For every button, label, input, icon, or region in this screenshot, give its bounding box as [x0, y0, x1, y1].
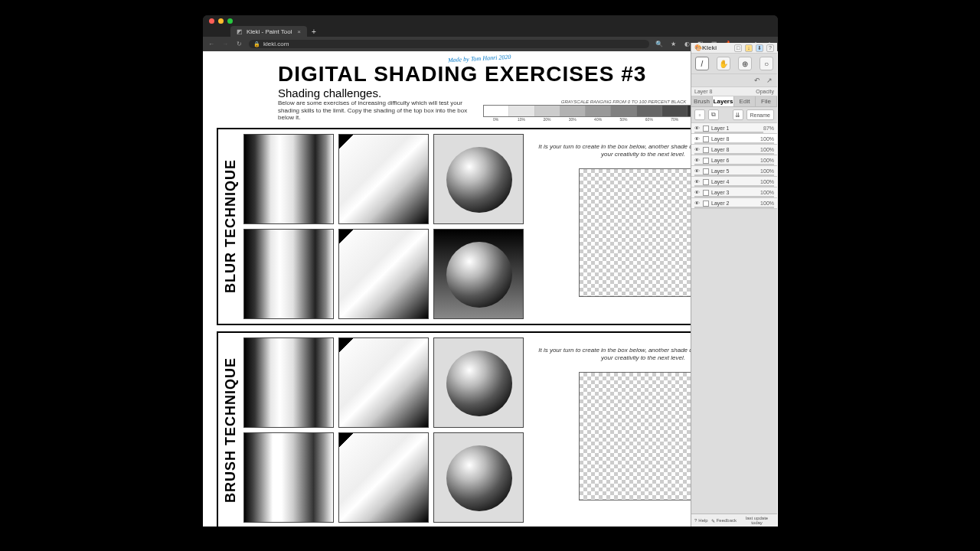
swatch-label: 30% [560, 117, 585, 122]
layer-name: Layer 1 [711, 126, 729, 131]
layer-opacity: 100% [760, 136, 774, 142]
panel-header: 🎨Kleki □ ↓ ⬇ ? [691, 43, 777, 54]
practice-tile [338, 432, 429, 523]
layer-row[interactable]: 👁Layer 8100% [691, 134, 777, 145]
layer-name: Layer 3 [711, 190, 729, 195]
help-icon[interactable]: ? [766, 44, 774, 52]
swatch-label: 60% [636, 117, 662, 122]
current-layer-label: Layer 8 Opacity [691, 87, 777, 96]
visibility-icon[interactable]: 👁 [694, 147, 701, 152]
practice-tile [243, 229, 334, 319]
swatch-label: 40% [585, 117, 610, 122]
empty-canvas[interactable] [579, 168, 707, 297]
layer-opacity: 100% [760, 201, 774, 206]
layer-opacity: 100% [760, 190, 774, 195]
visibility-icon[interactable]: 👁 [694, 126, 701, 131]
url-text: kleki.com [263, 41, 289, 47]
empty-canvas[interactable] [579, 372, 707, 500]
window-titlebar [203, 15, 778, 26]
fill-tool[interactable]: ⊕ [738, 57, 752, 70]
example-tile [338, 134, 429, 224]
visibility-icon[interactable]: 👁 [694, 158, 701, 163]
practice-tile [243, 432, 334, 523]
save-icon[interactable]: ↓ [745, 44, 753, 52]
hand-tool[interactable]: ✋ [717, 57, 730, 70]
layer-opacity: 100% [760, 179, 774, 184]
swatch-label: 0% [483, 117, 508, 122]
shape-tool[interactable]: ○ [760, 57, 773, 70]
browser-tab[interactable]: ◩ Kleki - Paint Tool × [230, 26, 307, 37]
tab-bar: ◩ Kleki - Paint Tool × + [203, 26, 778, 37]
tab-brush[interactable]: Brush [691, 96, 713, 106]
forward-button[interactable]: → [221, 41, 229, 47]
layer-row[interactable]: 👁Layer 187% [691, 123, 777, 134]
brush-tool[interactable]: / [695, 57, 709, 70]
layer-row[interactable]: 👁Layer 4100% [691, 177, 777, 187]
tool-row: / ✋ ⊕ ○ [691, 54, 777, 74]
duplicate-layer-button[interactable]: ⧉ [708, 109, 719, 120]
tab-title: Kleki - Paint Tool [247, 28, 292, 35]
url-field[interactable]: 🔒 kleki.com [249, 40, 649, 48]
practice-tile [338, 229, 429, 319]
download-icon[interactable]: ⬇ [756, 44, 763, 52]
current-layer-name: Layer 8 [694, 89, 712, 94]
visibility-icon[interactable]: 👁 [694, 201, 701, 206]
layer-thumb-icon [703, 136, 709, 142]
layer-thumb-icon [703, 147, 709, 153]
layer-thumb-icon [703, 201, 709, 207]
window-zoom-icon[interactable] [227, 18, 233, 24]
tab-close-icon[interactable]: × [297, 28, 301, 35]
swatch-label: 20% [534, 117, 560, 122]
undo-icon[interactable]: ↶ [753, 76, 762, 85]
layer-row[interactable]: 👁Layer 6100% [691, 155, 777, 166]
tab-file[interactable]: File [756, 96, 777, 106]
panel-footer: ? Help ✎ Feedback last update today [691, 514, 777, 527]
help-button[interactable]: ? Help [694, 518, 708, 523]
layer-thumb-icon [703, 190, 709, 196]
layer-thumb-icon [703, 179, 709, 185]
layer-list: 👁Layer 187%👁Layer 8100%👁Layer 8100%👁Laye… [691, 123, 777, 209]
visibility-icon[interactable]: 👁 [694, 168, 701, 174]
rename-layer-button[interactable]: Rename [746, 109, 774, 120]
layer-name: Layer 5 [711, 168, 729, 174]
window-close-icon[interactable] [209, 18, 214, 24]
ext-icon[interactable]: 🔍 [655, 41, 663, 47]
visibility-icon[interactable]: 👁 [694, 179, 701, 184]
layer-thumb-icon [703, 158, 709, 164]
layer-name: Layer 8 [711, 147, 729, 152]
layer-row[interactable]: 👁Layer 2100% [691, 198, 777, 209]
feedback-button[interactable]: ✎ Feedback [711, 518, 737, 523]
layer-opacity: 100% [760, 147, 774, 152]
lock-icon: 🔒 [253, 41, 260, 47]
exercise-blur: BLUR TECHNIQUE It is your turn to create… [217, 128, 764, 325]
back-button[interactable]: ← [207, 41, 215, 47]
new-file-icon[interactable]: □ [734, 44, 742, 52]
layer-thumb-icon [703, 126, 709, 132]
layer-name: Layer 4 [711, 179, 729, 184]
tab-edit[interactable]: Edit [734, 96, 756, 106]
layer-row[interactable]: 👁Layer 3100% [691, 187, 777, 198]
panel-tabs: Brush Layers Edit File [691, 96, 777, 107]
tab-layers[interactable]: Layers [713, 96, 734, 106]
layer-row[interactable]: 👁Layer 8100% [691, 145, 777, 155]
layer-thumb-icon [703, 168, 709, 174]
ext-icon[interactable]: ★ [669, 41, 677, 47]
section-label: BRUSH TECHNIQUE [223, 337, 239, 523]
example-tile [243, 134, 334, 224]
redo-icon[interactable]: ↗ [765, 76, 774, 85]
reload-button[interactable]: ↻ [235, 41, 243, 47]
app-logo[interactable]: 🎨Kleki [694, 44, 717, 51]
merge-layer-button[interactable]: ⇊ [733, 109, 743, 120]
new-layer-button[interactable]: ▫ [694, 109, 705, 120]
layer-name: Layer 8 [711, 136, 729, 142]
example-tile [338, 337, 429, 428]
ext-icon[interactable]: ◐ [683, 41, 691, 47]
visibility-icon[interactable]: 👁 [694, 190, 701, 195]
example-tile [243, 337, 334, 428]
visibility-icon[interactable]: 👁 [694, 136, 701, 142]
exercise-grid [243, 337, 524, 523]
window-minimize-icon[interactable] [218, 18, 224, 24]
layer-row[interactable]: 👁Layer 5100% [691, 166, 777, 177]
practice-tile [433, 432, 524, 523]
new-tab-button[interactable]: + [307, 28, 321, 36]
